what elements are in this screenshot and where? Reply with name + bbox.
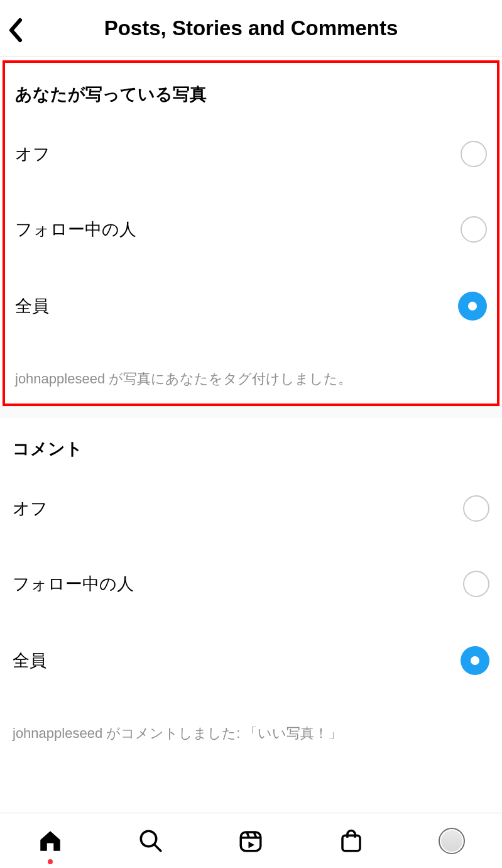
- svg-rect-7: [342, 835, 360, 851]
- radio-checked-icon: [461, 646, 489, 675]
- reels-icon: [237, 828, 264, 854]
- option-label: 全員: [13, 649, 46, 672]
- search-icon: [138, 828, 164, 854]
- section-divider: [0, 406, 502, 417]
- notification-dot-icon: [48, 859, 53, 864]
- section-comments: コメント オフ フォロー中の人 全員 johnappleseed がコメントしま…: [0, 417, 502, 758]
- avatar-icon: [439, 828, 465, 854]
- bottom-tab-bar: [0, 813, 502, 868]
- page-title: Posts, Stories and Comments: [10, 16, 492, 40]
- highlighted-section-photos-of-you: あなたが写っている写真 オフ フォロー中の人 全員 johnappleseed …: [3, 60, 499, 406]
- radio-checked-icon: [458, 292, 487, 321]
- svg-marker-6: [249, 841, 255, 848]
- option-label: フォロー中の人: [15, 218, 136, 241]
- back-button[interactable]: [8, 18, 24, 43]
- option-label: 全員: [15, 295, 49, 317]
- svg-rect-2: [241, 832, 261, 851]
- helper-text-comments: johnappleseed がコメントしました: 「いい写真！」: [13, 724, 489, 743]
- section-title-comments: コメント: [13, 437, 489, 460]
- option-row-off[interactable]: オフ: [15, 141, 487, 167]
- option-label: オフ: [15, 143, 50, 165]
- shop-icon: [338, 828, 364, 854]
- option-row-everyone[interactable]: 全員: [13, 646, 489, 675]
- option-row-everyone[interactable]: 全員: [15, 292, 487, 321]
- section-title-photos-of-you: あなたが写っている写真: [15, 83, 487, 106]
- option-label: フォロー中の人: [13, 573, 134, 595]
- option-row-following[interactable]: フォロー中の人: [15, 216, 487, 243]
- home-icon: [37, 828, 63, 854]
- tab-reels[interactable]: [201, 813, 302, 868]
- tab-search[interactable]: [101, 813, 201, 868]
- radio-unchecked-icon: [463, 571, 489, 597]
- radio-unchecked-icon: [461, 141, 487, 167]
- tab-shop[interactable]: [301, 813, 401, 868]
- tab-profile[interactable]: [401, 813, 502, 868]
- radio-unchecked-icon: [463, 495, 489, 522]
- radio-unchecked-icon: [461, 216, 487, 243]
- tab-home[interactable]: [0, 813, 101, 868]
- option-label: オフ: [13, 497, 48, 520]
- option-row-following[interactable]: フォロー中の人: [13, 571, 489, 597]
- option-row-off[interactable]: オフ: [13, 495, 489, 522]
- header: Posts, Stories and Comments: [0, 0, 502, 57]
- chevron-left-icon: [8, 18, 24, 43]
- helper-text-photos: johnappleseed が写真にあなたをタグ付けしました。: [15, 370, 487, 388]
- svg-line-1: [155, 845, 161, 851]
